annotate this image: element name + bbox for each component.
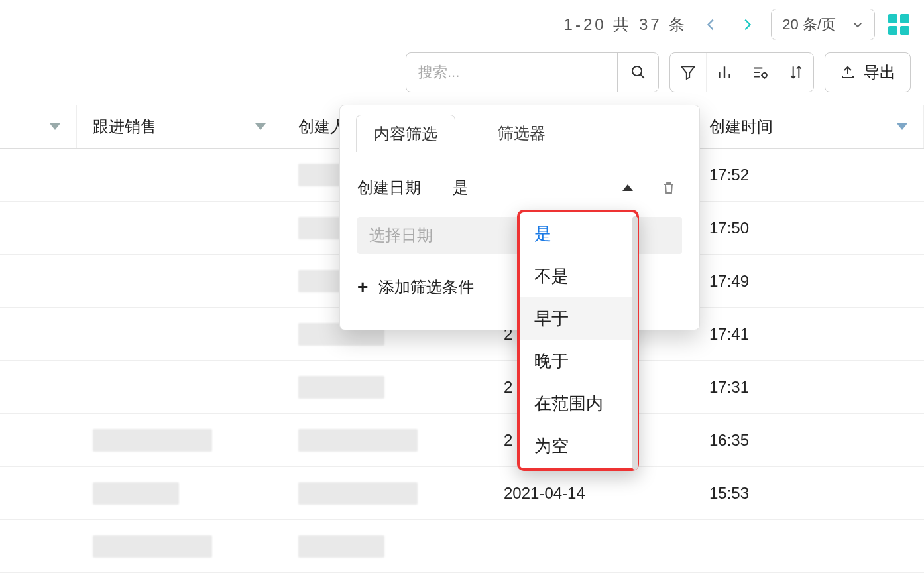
svg-point-1 bbox=[762, 73, 767, 78]
operator-option-before[interactable]: 早于 bbox=[520, 297, 636, 340]
operator-selected: 是 bbox=[453, 177, 469, 198]
settings-button[interactable] bbox=[742, 53, 778, 92]
sort-dropdown-icon[interactable] bbox=[897, 123, 907, 130]
search-button[interactable] bbox=[617, 53, 658, 92]
filter-field-label: 创建日期 bbox=[357, 177, 430, 198]
time-cell: 16:35 bbox=[693, 431, 924, 450]
funnel-icon bbox=[679, 64, 697, 81]
operator-option-after[interactable]: 晚于 bbox=[520, 340, 636, 382]
redacted-cell bbox=[298, 429, 418, 452]
chevron-left-icon bbox=[704, 17, 719, 32]
operator-option-between[interactable]: 在范围内 bbox=[520, 382, 636, 424]
svg-point-0 bbox=[632, 66, 642, 76]
redacted-cell bbox=[298, 376, 384, 399]
export-button[interactable]: 导出 bbox=[825, 52, 911, 92]
filter-condition-row: 创建日期 是 bbox=[357, 170, 682, 205]
pagination-bar: 1-20 共 37 条 20 条/页 bbox=[0, 7, 911, 42]
column-header-created-time[interactable]: 创建时间 bbox=[693, 105, 924, 148]
operator-option-isnot[interactable]: 不是 bbox=[520, 255, 636, 297]
tab-filter[interactable]: 筛选器 bbox=[481, 115, 563, 152]
time-cell: 17:49 bbox=[693, 272, 924, 291]
prev-page-button[interactable] bbox=[699, 13, 723, 36]
chevron-down-icon bbox=[852, 19, 864, 31]
column-header-sales[interactable]: 跟进销售 bbox=[77, 105, 282, 148]
table-row[interactable]: 2 16:35 bbox=[0, 414, 924, 467]
export-label: 导出 bbox=[864, 62, 895, 83]
table-row[interactable]: 2 17:31 bbox=[0, 361, 924, 414]
redacted-cell bbox=[93, 429, 212, 452]
tab-content-filter[interactable]: 内容筛选 bbox=[356, 115, 455, 152]
table-row[interactable] bbox=[0, 520, 924, 573]
page-size-label: 20 条/页 bbox=[782, 15, 836, 34]
chart-button[interactable] bbox=[706, 53, 742, 92]
filter-tabs: 内容筛选 筛选器 bbox=[340, 105, 699, 152]
redacted-cell bbox=[93, 535, 212, 558]
operator-select[interactable]: 是 bbox=[441, 170, 645, 205]
redacted-cell bbox=[298, 482, 418, 505]
search-box bbox=[406, 52, 659, 92]
redacted-cell bbox=[298, 535, 384, 558]
toolbar-button-group bbox=[669, 52, 814, 92]
operator-dropdown: 是 不是 早于 晚于 在范围内 为空 bbox=[517, 210, 639, 471]
pager-range: 1-20 共 37 条 bbox=[564, 14, 688, 35]
table-toolbar: 导出 bbox=[0, 52, 911, 93]
filter-button[interactable] bbox=[670, 53, 706, 92]
date-cell: 2021-04-14 bbox=[488, 484, 693, 503]
list-gear-icon bbox=[752, 64, 769, 81]
operator-option-empty[interactable]: 为空 bbox=[520, 424, 636, 467]
column-header-blank[interactable] bbox=[0, 105, 77, 148]
date-placeholder: 选择日期 bbox=[369, 225, 433, 246]
time-cell: 17:41 bbox=[693, 325, 924, 344]
sort-dropdown-icon[interactable] bbox=[50, 123, 60, 130]
search-input[interactable] bbox=[406, 53, 617, 92]
time-cell: 17:52 bbox=[693, 166, 924, 184]
chevron-right-icon bbox=[740, 17, 754, 32]
bar-chart-icon bbox=[716, 64, 733, 81]
time-cell: 15:53 bbox=[693, 484, 924, 503]
search-icon bbox=[630, 64, 646, 80]
sort-icon bbox=[787, 64, 805, 81]
plus-icon: + bbox=[357, 277, 368, 298]
page-size-select[interactable]: 20 条/页 bbox=[771, 9, 875, 40]
add-condition-label: 添加筛选条件 bbox=[378, 277, 474, 298]
delete-condition-button[interactable] bbox=[656, 180, 682, 196]
next-page-button[interactable] bbox=[735, 13, 759, 36]
sort-dropdown-icon[interactable] bbox=[255, 123, 266, 130]
trash-icon bbox=[661, 180, 677, 196]
upload-icon bbox=[840, 64, 856, 80]
table-row[interactable]: 2021-04-14 15:53 bbox=[0, 467, 924, 520]
time-cell: 17:31 bbox=[693, 378, 924, 397]
sort-button[interactable] bbox=[778, 53, 813, 92]
operator-option-is[interactable]: 是 bbox=[520, 212, 636, 255]
chevron-up-icon bbox=[622, 184, 633, 191]
redacted-cell bbox=[93, 482, 179, 505]
grid-icon bbox=[888, 14, 909, 35]
view-grid-button[interactable] bbox=[887, 13, 911, 36]
time-cell: 17:50 bbox=[693, 219, 924, 237]
